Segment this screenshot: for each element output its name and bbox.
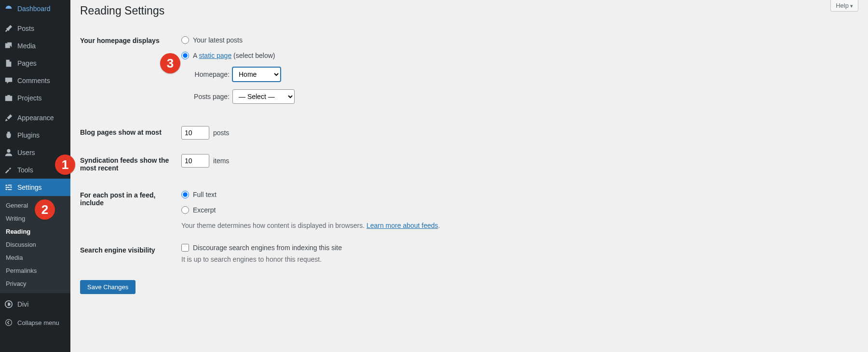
field-label-homepage: Your homepage displays [80, 27, 176, 119]
static-prefix-text: A [193, 52, 199, 59]
radio-latest-posts-label[interactable]: Your latest posts [193, 36, 243, 44]
sidebar-item-comments[interactable]: Comments [0, 72, 70, 89]
collapse-menu-button[interactable]: Collapse menu [0, 314, 70, 331]
settings-form: Your homepage displays Your latest posts… [80, 27, 858, 270]
postspage-select[interactable]: — Select — [232, 89, 295, 104]
blog-pages-suffix: posts [213, 129, 229, 137]
annotation-badge-2: 2 [35, 199, 55, 220]
submenu-item-writing[interactable]: Writing [0, 212, 70, 225]
submenu-item-discussion[interactable]: Discussion [0, 238, 70, 251]
radio-excerpt[interactable] [181, 206, 189, 214]
comment-icon [4, 76, 14, 85]
sidebar-item-pages[interactable]: Pages [0, 55, 70, 72]
annotation-badge-3: 3 [160, 53, 180, 73]
radio-excerpt-label[interactable]: Excerpt [193, 206, 216, 214]
svg-rect-5 [8, 189, 12, 190]
sidebar-item-label: Settings [17, 183, 42, 191]
svg-rect-0 [6, 185, 7, 186]
page-title: Reading Settings [80, 0, 858, 27]
sidebar-item-label: Projects [17, 94, 42, 102]
brush-icon [4, 113, 14, 123]
postspage-select-label: Posts page: [191, 93, 230, 100]
sidebar-item-dashboard[interactable]: Dashboard [0, 0, 70, 17]
dashboard-icon [4, 4, 14, 14]
portfolio-icon [4, 93, 14, 103]
sidebar-item-label: Appearance [17, 114, 54, 122]
sidebar-item-appearance[interactable]: Appearance [0, 109, 70, 127]
homepage-select-label: Homepage: [191, 70, 230, 78]
annotation-badge-1: 1 [55, 155, 75, 175]
divi-icon [4, 299, 14, 309]
field-label-syndication: Syndication feeds show the most recent [80, 147, 176, 182]
sidebar-item-label: Pages [17, 59, 37, 67]
feed-desc-prefix: Your theme determines how content is dis… [181, 222, 366, 229]
homepage-select[interactable]: Home [232, 67, 281, 82]
submenu-item-permalinks[interactable]: Permalinks [0, 264, 70, 277]
sidebar-item-label: Plugins [17, 131, 40, 139]
page-icon [4, 58, 14, 68]
collapse-menu-label: Collapse menu [17, 319, 59, 326]
blog-pages-input[interactable] [181, 126, 209, 140]
main-content: Help Reading Settings Your homepage disp… [70, 0, 868, 352]
pin-icon [4, 24, 14, 33]
submenu-item-reading[interactable]: Reading [0, 225, 70, 238]
radio-static-page-label[interactable]: A static page (select below) [193, 52, 275, 59]
sidebar-item-divi[interactable]: Divi [0, 296, 70, 313]
learn-more-feeds-link[interactable]: Learn more about feeds [366, 222, 438, 229]
syndication-suffix: items [213, 157, 229, 165]
help-button[interactable]: Help [830, 0, 858, 12]
sidebar-item-label: Users [17, 149, 35, 156]
sidebar-item-label: Divi [17, 300, 28, 308]
feed-include-description: Your theme determines how content is dis… [181, 222, 854, 229]
field-label-blogpages: Blog pages show at most [80, 119, 176, 147]
field-label-search-visibility: Search engine visibility [80, 237, 176, 270]
svg-rect-3 [11, 186, 12, 188]
static-page-link[interactable]: static page [199, 52, 231, 59]
sidebar-item-label: Tools [17, 166, 33, 174]
radio-latest-posts[interactable] [181, 36, 189, 44]
svg-rect-1 [8, 185, 12, 186]
svg-point-7 [6, 320, 12, 326]
static-suffix-text: (select below) [231, 52, 275, 59]
user-icon [4, 148, 14, 157]
collapse-icon [4, 318, 14, 327]
search-visibility-description: It is up to search engines to honor this… [181, 255, 854, 263]
discourage-search-label[interactable]: Discourage search engines from indexing … [193, 244, 342, 252]
save-changes-button[interactable]: Save Changes [80, 280, 136, 294]
media-icon [4, 41, 14, 51]
sidebar-item-label: Comments [17, 77, 50, 84]
sidebar-item-media[interactable]: Media [0, 37, 70, 55]
field-label-feed-include: For each post in a feed, include [80, 182, 176, 237]
settings-icon [4, 183, 14, 192]
submenu-item-media[interactable]: Media [0, 251, 70, 264]
sidebar-item-projects[interactable]: Projects [0, 89, 70, 107]
plug-icon [4, 130, 14, 140]
radio-full-text-label[interactable]: Full text [193, 191, 217, 198]
sidebar-item-plugins[interactable]: Plugins [0, 127, 70, 144]
sidebar-item-label: Media [17, 42, 36, 50]
feed-desc-suffix: . [438, 222, 440, 229]
sidebar-item-label: Posts [17, 25, 34, 32]
wrench-icon [4, 165, 14, 175]
sidebar-item-label: Dashboard [17, 5, 51, 13]
radio-full-text[interactable] [181, 191, 189, 198]
discourage-search-checkbox[interactable] [181, 244, 189, 252]
admin-sidebar: Dashboard Posts Media Pages Commen [0, 0, 70, 352]
sidebar-item-posts[interactable]: Posts [0, 20, 70, 37]
submenu-item-privacy[interactable]: Privacy [0, 277, 70, 290]
svg-rect-4 [6, 189, 7, 190]
sidebar-item-settings[interactable]: Settings [0, 179, 70, 196]
svg-rect-2 [6, 187, 10, 188]
radio-static-page[interactable] [181, 52, 189, 59]
syndication-input[interactable] [181, 154, 209, 168]
